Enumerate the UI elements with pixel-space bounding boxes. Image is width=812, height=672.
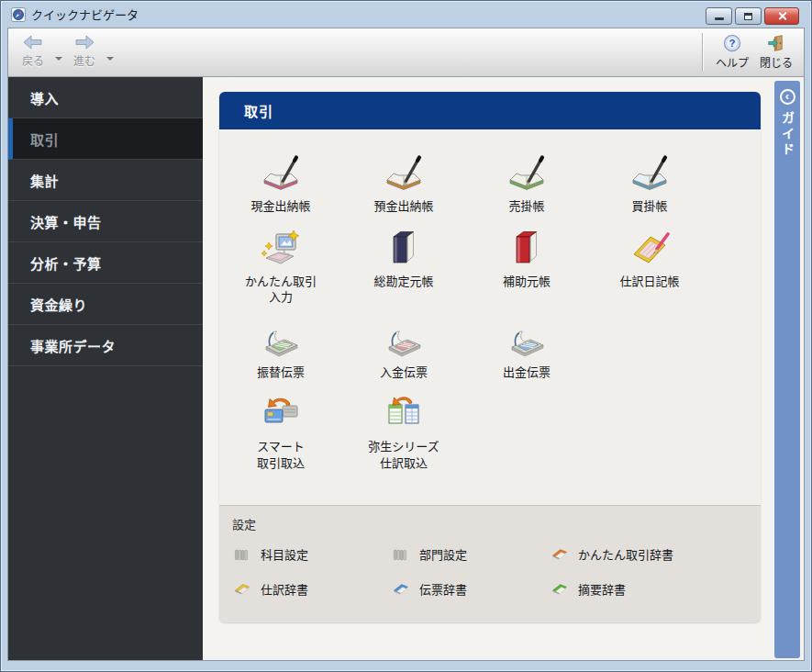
chevron-left-circle-icon: ‹ [780, 89, 795, 105]
guide-tab[interactable]: ‹ ガイド [774, 81, 800, 658]
help-button[interactable]: ? ヘルプ [710, 28, 754, 76]
close-navigator-button[interactable]: 閉じる [754, 28, 798, 76]
help-label: ヘルプ [716, 54, 749, 70]
tile-label: スマート 取引取込 [257, 439, 305, 471]
import-cards-icon [257, 393, 305, 437]
setting-label: 科目設定 [261, 545, 308, 563]
close-icon [777, 11, 787, 21]
transactions-panel: 取引 [219, 92, 761, 622]
tile-accounts-receivable[interactable]: 売掛帳 [465, 152, 588, 215]
tile-general-ledger[interactable]: 総勘定元帳 [342, 228, 465, 306]
settings-row: 仕訳辞書 伝票辞書 [232, 578, 761, 599]
tile-accounts-payable[interactable]: 買掛帳 [588, 152, 711, 215]
tile-journal-book[interactable]: 仕訳日記帳 [588, 228, 711, 306]
setting-label: 摘要辞書 [578, 580, 626, 598]
slip-pad-icon [257, 319, 305, 363]
standing-book-icon [380, 228, 428, 272]
dictionary-icon [550, 578, 570, 599]
tile-subsidiary-ledger[interactable]: 補助元帳 [465, 228, 588, 306]
window-controls [706, 7, 799, 25]
tile-label: 補助元帳 [503, 274, 551, 290]
panel-body: 現金出納帳 [219, 129, 761, 505]
main-region: 導入 取引 集計 決算・申告 分析・予算 資金繰り 事業所データ 取引 [8, 77, 804, 660]
sidebar-item-analysis[interactable]: 分析・予算 [8, 242, 203, 284]
toolbar-separator [702, 33, 703, 72]
minimize-icon [715, 17, 724, 20]
setting-label: 仕訳辞書 [261, 580, 308, 598]
content-area: 取引 [203, 77, 804, 660]
ledger-pen-icon [626, 152, 673, 196]
settings-header: 設定 [232, 515, 761, 532]
tile-row: 振替伝票 入 [219, 319, 761, 381]
setting-label: 部門設定 [419, 545, 467, 563]
tile-yayoi-series-import[interactable]: 弥生シリーズ 仕訳取込 [342, 393, 465, 471]
standing-book-icon [503, 228, 551, 272]
tile-label: 預金出納帳 [373, 198, 433, 215]
client-area: 戻る 進む ? ヘルプ [7, 28, 805, 661]
tile-transfer-slip[interactable]: 振替伝票 [219, 319, 342, 381]
dictionary-icon [550, 543, 570, 564]
tile-label: 売掛帳 [508, 198, 544, 215]
tile-label: 振替伝票 [257, 364, 305, 381]
sidebar-item-intro[interactable]: 導入 [8, 77, 203, 118]
arrow-right-icon [72, 34, 96, 50]
forward-button[interactable]: 進む [65, 28, 104, 76]
tile-cash-book[interactable]: 現金出納帳 [219, 152, 342, 215]
dictionary-icon [391, 578, 411, 599]
close-navigator-label: 閉じる [760, 54, 793, 70]
settings-row: 科目設定 [232, 543, 761, 564]
tile-smart-import[interactable]: スマート 取引取込 [219, 393, 342, 471]
slip-pad-icon [503, 319, 551, 363]
tile-label: 出金伝票 [503, 364, 551, 381]
setting-slip-dictionary[interactable]: 伝票辞書 [391, 578, 550, 599]
tile-easy-entry[interactable]: かんたん取引 入力 [219, 228, 342, 306]
setting-department-setup[interactable]: 部門設定 [391, 543, 550, 564]
tile-label: 買掛帳 [631, 198, 667, 215]
app-window: クイックナビゲータ 戻る 進む [0, 0, 812, 672]
exit-door-icon [766, 34, 786, 52]
back-label: 戻る [22, 52, 44, 68]
arrow-left-icon [21, 34, 45, 50]
setting-easy-transaction-dictionary[interactable]: かんたん取引辞書 [550, 543, 708, 564]
minimize-button[interactable] [706, 7, 732, 25]
tile-label: 仕訳日記帳 [619, 274, 679, 290]
tile-label: 総勘定元帳 [373, 274, 433, 290]
sidebar-item-settlement[interactable]: 決算・申告 [8, 201, 203, 242]
maximize-icon [744, 13, 752, 20]
ledger-pen-icon [380, 152, 428, 196]
sidebar-item-aggregation[interactable]: 集計 [8, 160, 203, 201]
gray-books-icon [232, 543, 252, 564]
sidebar-item-transactions[interactable]: 取引 [8, 118, 203, 160]
sidebar-item-company-data[interactable]: 事業所データ [8, 325, 203, 366]
import-sheets-icon [380, 393, 428, 437]
back-dropdown[interactable] [52, 41, 65, 76]
setting-journal-dictionary[interactable]: 仕訳辞書 [232, 578, 391, 599]
chevron-down-icon [55, 57, 62, 61]
setting-account-setup[interactable]: 科目設定 [232, 543, 391, 564]
toolbar: 戻る 進む ? ヘルプ [8, 28, 804, 77]
dictionary-icon [232, 578, 252, 599]
tile-label: かんたん取引 入力 [245, 274, 317, 306]
tile-label: 現金出納帳 [250, 198, 310, 215]
tile-receipt-slip[interactable]: 入金伝票 [342, 319, 465, 381]
panel-title: 取引 [244, 101, 273, 120]
forward-label: 進む [73, 52, 95, 68]
compass-app-icon [11, 7, 26, 22]
settings-section: 設定 [219, 505, 761, 622]
tile-payment-slip[interactable]: 出金伝票 [465, 319, 588, 381]
tile-label: 弥生シリーズ 仕訳取込 [368, 439, 439, 471]
ledger-pen-icon [503, 152, 551, 196]
maximize-button[interactable] [735, 7, 762, 25]
toolbar-spacer [117, 28, 702, 76]
sidebar-item-cashflow[interactable]: 資金繰り [8, 284, 203, 325]
tile-row: スマート 取引取込 [219, 393, 761, 471]
tile-label: 入金伝票 [380, 364, 428, 381]
gray-books-icon [391, 543, 411, 564]
help-icon: ? [722, 34, 742, 52]
forward-dropdown[interactable] [104, 41, 117, 76]
setting-summary-dictionary[interactable]: 摘要辞書 [550, 578, 708, 599]
tile-bank-book[interactable]: 預金出納帳 [342, 152, 465, 215]
back-button[interactable]: 戻る [14, 28, 52, 76]
svg-text:?: ? [729, 38, 736, 49]
close-window-button[interactable] [764, 7, 799, 25]
